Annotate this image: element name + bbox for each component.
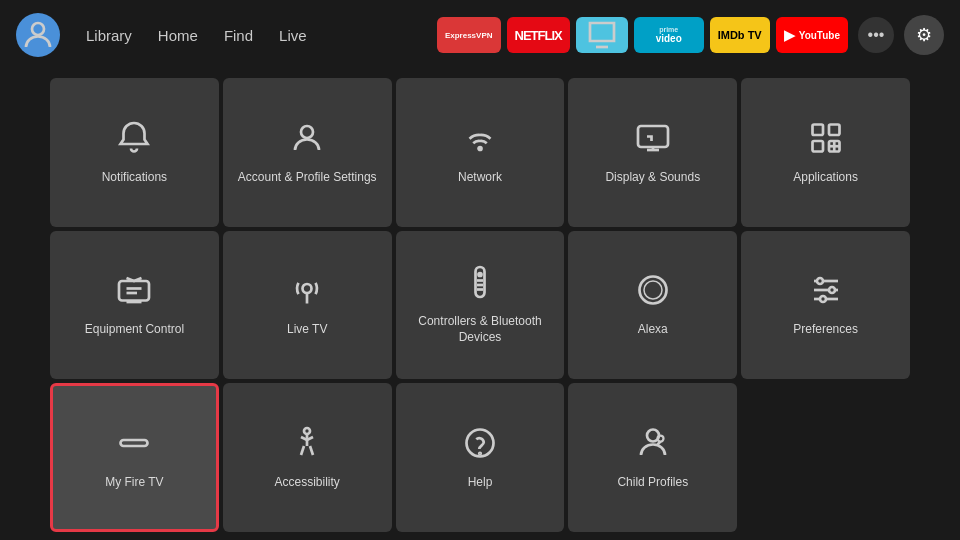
nav-home[interactable]: Home [148, 21, 208, 50]
settings-grid: Notifications Account & Profile Settings… [0, 70, 960, 540]
svg-rect-5 [829, 124, 840, 135]
svg-rect-6 [812, 141, 823, 152]
svg-point-25 [817, 278, 823, 284]
svg-point-2 [478, 147, 481, 150]
grid-item-controllers[interactable]: Controllers & Bluetooth Devices [396, 231, 565, 380]
app-icons-bar: ExpressVPN NETFLIX prime video IMDb TV ▶… [437, 17, 848, 53]
svg-point-0 [32, 23, 44, 35]
svg-point-16 [478, 273, 481, 276]
accessibility-label: Accessibility [275, 475, 340, 491]
alexa-icon [635, 272, 671, 312]
grid-item-applications[interactable]: Applications [741, 78, 910, 227]
svg-rect-10 [119, 281, 149, 301]
bell-icon [116, 120, 152, 160]
grid-item-childprofiles[interactable]: Child Profiles [568, 383, 737, 532]
display-sounds-label: Display & Sounds [605, 170, 700, 186]
alexa-label: Alexa [638, 322, 668, 338]
nav-live[interactable]: Live [269, 21, 317, 50]
grid-item-accessibility[interactable]: Accessibility [223, 383, 392, 532]
myfiretv-label: My Fire TV [105, 475, 163, 491]
account-label: Account & Profile Settings [238, 170, 377, 186]
grid-item-myfiretv[interactable]: My Fire TV [50, 383, 219, 532]
antenna-icon [289, 272, 325, 312]
app-icon-youtube[interactable]: ▶YouTube [776, 17, 848, 53]
nav-find[interactable]: Find [214, 21, 263, 50]
wifi-icon [462, 120, 498, 160]
firetv-icon [116, 425, 152, 465]
help-label: Help [468, 475, 493, 491]
grid-item-livetv[interactable]: Live TV [223, 231, 392, 380]
svg-rect-3 [638, 126, 668, 147]
app-icon-expressvpn[interactable]: ExpressVPN [437, 17, 501, 53]
svg-rect-28 [121, 440, 148, 446]
apps-icon [808, 120, 844, 160]
svg-point-26 [829, 287, 835, 293]
grid-item-account[interactable]: Account & Profile Settings [223, 78, 392, 227]
network-label: Network [458, 170, 502, 186]
more-button[interactable]: ••• [858, 17, 894, 53]
svg-point-13 [303, 284, 312, 293]
tv-icon [116, 272, 152, 312]
equipment-label: Equipment Control [85, 322, 184, 338]
child-icon [635, 425, 671, 465]
nav-links: Library Home Find Live [76, 21, 317, 50]
applications-label: Applications [793, 170, 858, 186]
svg-point-32 [479, 453, 481, 455]
svg-rect-4 [812, 124, 823, 135]
settings-button[interactable]: ⚙ [904, 15, 944, 55]
grid-item-display[interactable]: Display & Sounds [568, 78, 737, 227]
grid-item-notifications[interactable]: Notifications [50, 78, 219, 227]
display-icon [635, 120, 671, 160]
grid-item-network[interactable]: Network [396, 78, 565, 227]
livetv-label: Live TV [287, 322, 327, 338]
accessibility-icon [289, 425, 325, 465]
notifications-label: Notifications [102, 170, 167, 186]
help-icon [462, 425, 498, 465]
app-icon-primevideo[interactable]: prime video [634, 17, 704, 53]
controllers-label: Controllers & Bluetooth Devices [406, 314, 555, 345]
grid-item-equipment[interactable]: Equipment Control [50, 231, 219, 380]
svg-point-34 [657, 435, 663, 441]
svg-point-27 [820, 296, 826, 302]
remote-icon [462, 264, 498, 304]
svg-point-29 [304, 428, 310, 434]
childprofiles-label: Child Profiles [617, 475, 688, 491]
person-icon [289, 120, 325, 160]
svg-point-1 [301, 126, 313, 138]
grid-item-help[interactable]: Help [396, 383, 565, 532]
top-navigation: Library Home Find Live ExpressVPN NETFLI… [0, 0, 960, 70]
app-icon-amazon[interactable] [576, 17, 628, 53]
nav-library[interactable]: Library [76, 21, 142, 50]
grid-item-preferences[interactable]: Preferences [741, 231, 910, 380]
app-icon-netflix[interactable]: NETFLIX [507, 17, 570, 53]
sliders-icon [808, 272, 844, 312]
svg-rect-15 [475, 267, 484, 297]
avatar[interactable] [16, 13, 60, 57]
svg-point-21 [644, 281, 662, 299]
grid-item-alexa[interactable]: Alexa [568, 231, 737, 380]
app-icon-imdb[interactable]: IMDb TV [710, 17, 770, 53]
preferences-label: Preferences [793, 322, 858, 338]
